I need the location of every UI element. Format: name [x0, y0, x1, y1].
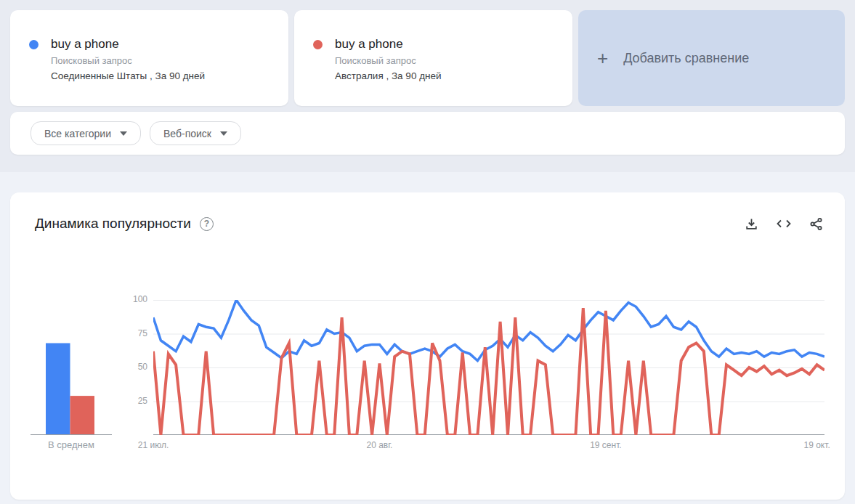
- average-bar-chart: В среднем: [31, 300, 112, 435]
- download-button[interactable]: [745, 217, 758, 231]
- category-dropdown-label: Все категории: [44, 128, 111, 139]
- add-comparison-label: Добавить сравнение: [623, 51, 749, 66]
- interest-over-time-panel: Динамика популярности ?: [10, 192, 845, 500]
- term-card-text: buy a phone Поисковый запрос Австралия ,…: [335, 36, 442, 106]
- search-type-dropdown-label: Веб-поиск: [163, 128, 211, 139]
- share-button[interactable]: [809, 217, 823, 231]
- embed-code-icon: [776, 221, 792, 232]
- average-bar-2: [70, 396, 95, 435]
- average-bar-1: [46, 344, 70, 436]
- panel-header: Динамика популярности ?: [10, 192, 845, 232]
- average-axis-line: [31, 434, 112, 435]
- average-label: В среднем: [31, 439, 112, 450]
- help-icon[interactable]: ?: [200, 217, 214, 231]
- x-axis-tick: 21 июл.: [138, 440, 169, 450]
- term-type: Поисковый запрос: [51, 55, 205, 66]
- y-axis-tick: 50: [120, 362, 147, 372]
- embed-button[interactable]: [776, 217, 792, 230]
- term-scope: Соединенные Штаты , За 90 дней: [51, 70, 205, 81]
- filters-bar: Все категории Веб-поиск: [10, 112, 845, 155]
- term1-color-dot: [29, 40, 39, 49]
- add-comparison-button[interactable]: + Добавить сравнение: [578, 10, 845, 106]
- header-section: buy a phone Поисковый запрос Соединенные…: [0, 0, 855, 172]
- y-axis-tick: 25: [120, 396, 147, 406]
- series-line-1: [153, 300, 824, 361]
- plus-icon: +: [597, 49, 608, 68]
- y-axis-tick: 75: [120, 328, 147, 338]
- y-axis-tick: 100: [120, 294, 147, 304]
- trends-section: Динамика популярности ?: [0, 172, 855, 500]
- share-icon: [809, 222, 823, 233]
- x-axis-tick: 19 окт.: [803, 440, 830, 450]
- term2-color-dot: [313, 40, 323, 49]
- term-card-text: buy a phone Поисковый запрос Соединенные…: [51, 36, 205, 106]
- line-chart-canvas: [153, 300, 824, 435]
- term-title: buy a phone: [51, 36, 205, 52]
- download-icon: [745, 222, 758, 233]
- panel-actions: [745, 217, 823, 231]
- search-type-dropdown[interactable]: Веб-поиск: [150, 121, 241, 145]
- term-card-us[interactable]: buy a phone Поисковый запрос Соединенные…: [10, 10, 288, 106]
- term-card-au[interactable]: buy a phone Поисковый запрос Австралия ,…: [294, 10, 572, 106]
- term-type: Поисковый запрос: [335, 55, 442, 66]
- x-axis-tick: 20 авг.: [366, 440, 392, 450]
- chevron-down-icon: [120, 131, 127, 136]
- panel-title: Динамика популярности: [35, 216, 191, 232]
- chevron-down-icon: [220, 131, 227, 136]
- term-scope: Австралия , За 90 дней: [335, 70, 442, 81]
- comparison-cards-row: buy a phone Поисковый запрос Соединенные…: [0, 0, 855, 106]
- average-bars: [31, 300, 112, 435]
- category-dropdown[interactable]: Все категории: [31, 121, 141, 145]
- interest-line-chart: 255075100 21 июл.20 авг.19 сент.19 окт.: [153, 300, 824, 435]
- term-title: buy a phone: [335, 36, 442, 52]
- chart-body: В среднем 255075100 21 июл.20 авг.19 сен…: [10, 300, 845, 435]
- series-line-2: [153, 308, 824, 435]
- x-axis-tick: 19 сент.: [590, 440, 621, 450]
